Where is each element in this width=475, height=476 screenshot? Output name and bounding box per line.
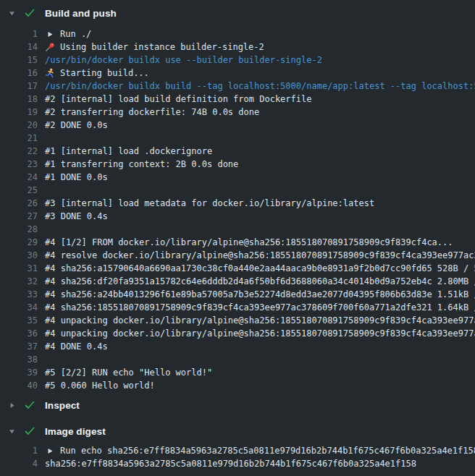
log-line: 38 [0,353,475,366]
log-block-image-digest: 1 Run echo sha256:e7ff8834a5963a2785c5a0… [0,444,475,470]
log-line-text: Run echo sha256:e7ff8834a5963a2785c5a081… [45,446,475,456]
expander-icon[interactable] [45,29,55,39]
line-number-link[interactable]: 24 [0,172,38,182]
line-number-link[interactable]: 25 [0,185,38,195]
line-number-link[interactable]: 20 [0,120,38,130]
section-header-inspect[interactable]: Inspect [0,392,475,418]
line-number-link[interactable]: 31 [0,263,38,273]
log-line: 20 #2 DONE 0.0s [0,119,475,132]
check-icon [23,7,36,20]
line-number-link[interactable]: 14 [0,42,38,52]
line-number-link[interactable]: 1 [0,29,38,39]
line-content: #4 resolve docker.io/library/alpine@sha2… [45,250,475,260]
log-line: 18 #2 [internal] load build definition f… [0,93,475,106]
log-line-text: #4 resolve docker.io/library/alpine@sha2… [45,250,475,260]
line-number-link[interactable]: 39 [0,367,38,378]
log-line-text: #5 [2/2] RUN echo "Hello world!" [45,367,212,378]
log-line: 15 /usr/bin/docker buildx use --builder … [0,54,475,67]
log-line: 36 #4 unpacking docker.io/library/alpine… [0,327,475,340]
line-number-link[interactable]: 1 [0,446,38,456]
line-number-link[interactable]: 34 [0,302,38,313]
line-number-link[interactable]: 32 [0,276,38,286]
line-content: #1 [internal] load .dockerignore [45,146,212,156]
line-number-link[interactable]: 28 [0,224,38,234]
log-line: 21 [0,132,475,145]
line-number-link[interactable]: 23 [0,159,38,169]
line-number-link[interactable]: 29 [0,237,38,247]
line-content: /usr/bin/docker buildx use --builder bui… [45,55,322,65]
log-line: 24 #1 DONE 0.0s [0,171,475,184]
log-line-text: #4 [1/2] FROM docker.io/library/alpine@s… [45,237,453,247]
log-line: 32 #4 sha256:df20fa9351a15782c64e6dddb2d… [0,275,475,288]
line-number-link[interactable]: 18 [0,94,38,104]
chevron-down-icon [6,7,17,19]
log-line-text: #3 [internal] load metadata for docker.i… [45,198,374,208]
log-line: 27 #3 DONE 0.4s [0,210,475,223]
line-content: Starting build... [60,68,149,78]
log-line: 37 #4 DONE 0.4s [0,340,475,353]
line-content: sha256:e7ff8834a5963a2785c5a0811e979d16b… [45,459,416,469]
line-content: /usr/bin/docker buildx build --tag local… [45,81,475,91]
line-number-link[interactable]: 19 [0,107,38,117]
line-content: #2 transferring dockerfile: 74B 0.0s don… [45,107,259,117]
line-content: #4 sha256:a24bb4013296f61e89ba57005a7b3e… [45,289,475,299]
pushpin-icon [45,42,55,52]
line-content: #4 sha256:185518070891758909c9f839cf4ca3… [45,302,475,313]
line-number-link[interactable]: 22 [0,146,38,156]
log-line-text: #5 0.060 Hello world! [45,381,155,391]
log-line: 39 #5 [2/2] RUN echo "Hello world!" [0,366,475,379]
line-number-link[interactable]: 38 [0,354,38,365]
line-number-link[interactable]: 30 [0,250,38,260]
line-number-link[interactable]: 17 [0,81,38,91]
line-content: #3 DONE 0.4s [45,211,108,221]
line-content: #4 unpacking docker.io/library/alpine@sh… [45,315,475,326]
line-content: #4 sha256:a15790640a6690aa1730c38cf0a440… [45,263,475,273]
line-content: #1 DONE 0.0s [45,172,108,182]
chevron-right-icon [6,399,17,411]
log-line: 4 sha256:e7ff8834a5963a2785c5a0811e979d1… [0,457,475,470]
log-line: 1 Run echo sha256:e7ff8834a5963a2785c5a0… [0,444,475,457]
log-line-text: #4 sha256:a24bb4013296f61e89ba57005a7b3e… [45,289,475,299]
log-line-text: /usr/bin/docker buildx use --builder bui… [45,55,322,65]
check-icon [23,425,36,438]
line-number-link[interactable]: 16 [0,68,38,78]
line-number-link[interactable]: 37 [0,341,38,352]
section-title: Build and push [45,8,117,19]
expander-icon[interactable] [45,446,55,456]
line-number-link[interactable]: 26 [0,198,38,208]
log-line: 40 #5 0.060 Hello world! [0,379,475,392]
log-line: 25 [0,184,475,197]
log-line-text: #4 DONE 0.4s [45,341,108,352]
log-line-text: #4 sha256:185518070891758909c9f839cf4ca3… [45,302,475,313]
log-line-text: Starting build... [45,68,149,78]
log-line: 29 #4 [1/2] FROM docker.io/library/alpin… [0,236,475,249]
log-block-build-and-push: 1 Run ./ 14 Using builder instance build… [0,27,475,392]
runner-icon [45,68,55,78]
line-number-link[interactable]: 21 [0,133,38,143]
line-number-link[interactable]: 35 [0,315,38,326]
log-line-text: #1 [internal] load .dockerignore [45,146,212,156]
section-header-image-digest[interactable]: Image digest [0,418,475,444]
line-number-link[interactable]: 15 [0,55,38,65]
line-number-link[interactable]: 27 [0,211,38,221]
log-line-text: Run ./ [45,29,91,39]
line-content: #1 transferring context: 2B 0.0s done [45,159,238,169]
log-line-text: #2 transferring dockerfile: 74B 0.0s don… [45,107,259,117]
line-number-link[interactable]: 36 [0,328,38,339]
check-icon [23,399,36,412]
log-line-text: #1 transferring context: 2B 0.0s done [45,159,238,169]
line-number-link[interactable]: 33 [0,289,38,299]
line-number-link[interactable]: 4 [0,459,38,469]
actions-log-viewer: Build and push 1 Run ./ 14 Using builder… [0,0,475,476]
log-line-text: #2 DONE 0.0s [45,120,108,130]
log-line: 33 #4 sha256:a24bb4013296f61e89ba57005a7… [0,288,475,301]
line-content: #4 DONE 0.4s [45,341,108,352]
log-line-text: #1 DONE 0.0s [45,172,108,182]
log-line-text: #3 DONE 0.4s [45,211,108,221]
line-number-link[interactable]: 40 [0,381,38,391]
log-line-text: /usr/bin/docker buildx build --tag local… [45,81,475,91]
line-content: #5 [2/2] RUN echo "Hello world!" [45,367,212,378]
log-line-text: Using builder instance builder-single-2 [45,42,264,52]
section-header-build-and-push[interactable]: Build and push [0,0,475,26]
log-line: 35 #4 unpacking docker.io/library/alpine… [0,314,475,327]
